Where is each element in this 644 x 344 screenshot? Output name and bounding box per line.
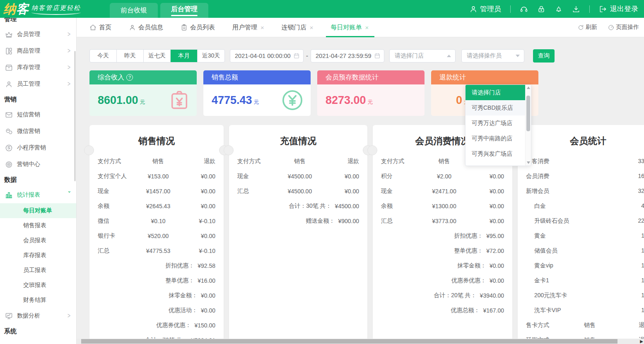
tagline-swoosh [31, 12, 81, 15]
sidebar-item-库存管理[interactable]: 库存管理> [0, 59, 76, 76]
date-start-input[interactable]: 2021-04-01 00:00:00 [230, 49, 304, 63]
sidebar-item-员工管理[interactable]: 员工管理> [0, 76, 76, 92]
range-button-近七天[interactable]: 近七天 [144, 50, 171, 62]
search-button[interactable]: 查询 [533, 49, 555, 63]
stat-card-title-text: 销售总额 [212, 73, 238, 82]
dropdown-item-请选择门店[interactable]: 请选择门店 [466, 85, 525, 100]
operator-select[interactable]: 请选择操作员 [461, 49, 524, 63]
goods-icon [5, 47, 13, 55]
header-nav-tab[interactable]: 前台收银 [110, 3, 158, 18]
tab-用户管理[interactable]: 用户管理× [232, 18, 264, 37]
summary-value: ¥4500.00 [335, 203, 359, 209]
cell: ¥0.00 [181, 188, 215, 195]
range-button-昨天[interactable]: 昨天 [117, 50, 144, 62]
panel-notch [84, 145, 94, 155]
stat-card-body: 4775.43元 [203, 84, 311, 116]
headset-icon[interactable] [520, 5, 528, 13]
dropdown-item-可秀中南路的店[interactable]: 可秀中南路的店 [466, 131, 525, 146]
dropdown-item-可秀兴发广场店[interactable]: 可秀兴发广场店 [466, 146, 525, 161]
cell: ¥0.00 [181, 233, 215, 239]
table-row: 现金¥1457.00¥0.00 [89, 184, 224, 199]
summary-row: 整单优惠：¥16.00 [89, 273, 224, 288]
sidebar-subitem-财务结算[interactable]: 财务结算 [0, 293, 76, 308]
dropdown-item-可秀测试门店[interactable]: 可秀测试门店 [466, 161, 525, 166]
cell: 退款 [324, 158, 359, 165]
tab-会员列表[interactable]: 会员列表 [181, 18, 215, 37]
sidebar-subitem-员工报表[interactable]: 员工报表 [0, 263, 76, 278]
store-select[interactable]: 请选择门店 [389, 49, 456, 63]
tab-连锁门店[interactable]: 连锁门店× [282, 18, 314, 37]
cell: ¥0.00 [324, 188, 359, 195]
summary-value: ¥0.00 [490, 262, 504, 269]
range-button-今天[interactable]: 今天 [90, 50, 117, 62]
panel-会员统计: 会员统计散客消费33人会员消费16人新增会员32人白金4人升级砖石会员22人黄金… [518, 125, 644, 344]
page-ops-button[interactable]: 页面操作 [608, 24, 639, 31]
sidebar-subitem-库存报表[interactable]: 库存报表 [0, 248, 76, 263]
member-stat-row: 白金4人 [518, 199, 644, 214]
sidebar-item-数据分析[interactable]: 数据分析> [0, 308, 76, 324]
tab-首页[interactable]: 首页 [89, 18, 111, 37]
member-stat-value: 33人 [638, 158, 644, 165]
gauge-icon [608, 24, 614, 31]
summary-row: 折扣优惠：¥95.00 [373, 229, 512, 243]
header-nav-label: 前台收银 [121, 6, 147, 15]
stat-card: 会员预存数据统计8273.00元 [317, 70, 425, 116]
refresh-button[interactable]: 刷新 [578, 24, 597, 31]
dropdown-item-可秀CBD娱乐店[interactable]: 可秀CBD娱乐店 [466, 100, 525, 115]
sidebar-item-label: 短信营销 [17, 111, 70, 118]
bell-icon[interactable] [555, 5, 563, 13]
sidebar-subitem-销售报表[interactable]: 销售报表 [0, 218, 76, 233]
header-nav-active[interactable]: 后台管理 [160, 3, 208, 18]
cell: ¥1457.00 [136, 188, 181, 195]
close-icon[interactable]: × [365, 24, 369, 31]
horizontal-scrollbar-thumb[interactable] [81, 339, 617, 344]
scroll-right-arrow-icon[interactable]: ▶ [640, 339, 643, 344]
sidebar-item-label: 会员管理 [17, 31, 68, 38]
tab-每日对账单[interactable]: 每日对账单× [331, 18, 369, 37]
summary-value: ¥92.58 [198, 262, 215, 269]
sidebar-item-短信营销[interactable]: 短信营销 [0, 106, 76, 123]
sidebar-item-label: 小程序营销 [17, 144, 70, 152]
member-stat-label: 升级砖石会员 [534, 217, 569, 225]
sidebar-item-营销中心[interactable]: 营销中心 [0, 156, 76, 173]
divider [510, 5, 511, 13]
chevron-right-icon: > [68, 80, 70, 88]
cell: 支付方式 [98, 158, 136, 165]
sidebar-subitem-会员报表[interactable]: 会员报表 [0, 233, 76, 248]
summary-label: 优惠券优惠： [156, 322, 191, 329]
sidebar-item-统计报表[interactable]: 统计报表ˇ [0, 187, 76, 203]
cell: ¥0.00 [469, 203, 504, 209]
scroll-up-icon[interactable] [527, 87, 530, 89]
tab-会员信息[interactable]: 会员信息 [129, 18, 163, 37]
range-button-近30天[interactable]: 近30天 [198, 50, 224, 62]
sidebar-scrollbar-thumb[interactable] [74, 51, 76, 181]
horizontal-scrollbar[interactable]: ▶ [77, 339, 644, 344]
cell: 银行卡 [98, 232, 136, 240]
scroll-down-icon[interactable] [527, 161, 530, 164]
close-icon[interactable]: × [260, 24, 264, 31]
lock-icon[interactable] [537, 5, 545, 13]
sidebar-item-会员管理[interactable]: 会员管理> [0, 26, 76, 43]
sidebar-item-商品管理[interactable]: 商品管理> [0, 43, 76, 59]
member-stat-value: 1人 [641, 277, 644, 284]
table-row: 余额¥2645.43¥0.00 [89, 199, 224, 214]
download-icon[interactable] [572, 5, 580, 13]
user-menu[interactable]: 管理员 [469, 4, 501, 14]
cell: ¥3773.00 [419, 218, 469, 224]
dropdown-scrollbar[interactable] [525, 85, 531, 166]
help-icon[interactable]: ? [126, 74, 133, 81]
logout-button[interactable]: 退出登录 [599, 4, 638, 14]
range-button-本月[interactable]: 本月 [171, 50, 198, 62]
close-icon[interactable]: × [310, 24, 314, 31]
summary-label: 优惠券优惠： [451, 277, 486, 284]
date-end-input[interactable]: 2021-04-27 23:59:59 [311, 49, 384, 63]
sidebar-item-微信营销[interactable]: 微信营销 [0, 123, 76, 140]
sidebar-subitem-交班报表[interactable]: 交班报表 [0, 278, 76, 293]
member-stat-row: 会员消费16人 [518, 169, 644, 184]
sidebar-subitem-每日对账单[interactable]: 每日对账单 [0, 203, 76, 218]
sidebar-item-小程序营销[interactable]: 小程序营销 [0, 140, 76, 156]
cell: 微信 [98, 217, 136, 225]
dropdown-scrollbar-thumb[interactable] [526, 96, 530, 131]
chevron-down-icon: ˇ [68, 190, 70, 200]
dropdown-item-可秀万达广场店[interactable]: 可秀万达广场店 [466, 115, 525, 131]
